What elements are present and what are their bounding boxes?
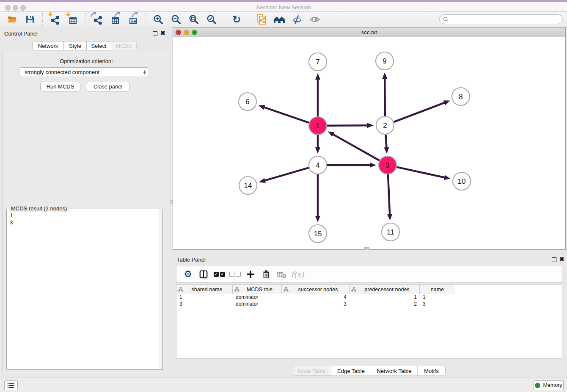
column-header-MCDS-role[interactable]: MCDS role	[233, 285, 282, 294]
close-panel-icon[interactable]: ✖	[559, 256, 564, 262]
table-options-icon[interactable]: ⚙	[182, 268, 194, 281]
graph-node-3[interactable]: 3	[379, 156, 396, 174]
table-cell[interactable]: 4	[282, 294, 350, 301]
graph-node-10[interactable]: 10	[453, 172, 471, 190]
tab-network[interactable]: Network	[32, 41, 64, 50]
column-header-shared-name[interactable]: shared name	[176, 285, 233, 294]
home-icon[interactable]	[273, 13, 286, 26]
run-mcds-button[interactable]: Run MCDS	[40, 82, 80, 91]
graph-node-8[interactable]: 8	[452, 88, 470, 105]
graph-node-4[interactable]: 4	[309, 156, 327, 174]
import-network-icon[interactable]	[49, 13, 61, 26]
column-header-name[interactable]: name	[420, 285, 455, 294]
zoom-out-icon[interactable]	[170, 13, 182, 26]
graph-edge-2-3[interactable]	[384, 135, 389, 154]
mcds-result-list[interactable]: 1 3	[7, 210, 158, 369]
delete-column-icon[interactable]	[260, 268, 272, 281]
column-header-label: name	[421, 287, 453, 293]
select-value: strongly connected component	[25, 69, 99, 75]
graph-node-11[interactable]: 11	[382, 223, 399, 241]
splitter-handle[interactable]	[170, 200, 173, 204]
optimization-criterion-select[interactable]: strongly connected component ▲▼	[19, 67, 149, 77]
add-column-icon[interactable]	[244, 268, 257, 281]
table-body: 1dominator4113dominator323	[176, 294, 562, 308]
graph-edge-2-9[interactable]	[382, 72, 387, 116]
tab-edge-table[interactable]: Edge Table	[331, 366, 371, 375]
table-cell[interactable]: 2	[350, 301, 420, 308]
open-file-icon[interactable]	[6, 13, 19, 26]
close-panel-icon[interactable]: ✖	[160, 30, 165, 36]
divider-grip[interactable]	[364, 247, 369, 250]
tab-mcds[interactable]: MCDS	[111, 41, 137, 50]
result-scrollbar[interactable]	[159, 209, 162, 369]
graph-edge-1-6[interactable]	[259, 105, 309, 123]
export-table-icon[interactable]	[109, 13, 122, 26]
graph-edge-4-3[interactable]	[327, 163, 376, 168]
tab-motifs[interactable]: Motifs	[418, 366, 445, 375]
network-canvas[interactable]: 7968124314101511	[173, 37, 565, 249]
export-image-icon[interactable]	[127, 13, 140, 26]
float-panel-icon[interactable]	[153, 31, 157, 36]
eye-icon	[309, 14, 320, 25]
column-header-predecessor-nodes[interactable]: predecessor nodes	[350, 285, 420, 294]
zoom-selected-icon[interactable]	[205, 13, 218, 26]
search-icon	[443, 16, 449, 22]
table-cell[interactable]: 1	[420, 294, 455, 301]
graph-node-2[interactable]: 2	[376, 116, 394, 134]
select-all-columns-icon[interactable]: ✓✓	[213, 268, 226, 281]
memory-button[interactable]: Memory	[534, 380, 564, 390]
table-delete-icon	[277, 270, 287, 279]
refresh-icon[interactable]: ↻	[230, 13, 243, 26]
deselect-all-columns-icon[interactable]	[228, 268, 241, 281]
graph-edge-1-2[interactable]	[327, 123, 374, 128]
magnifier-check-icon	[206, 14, 217, 25]
search-input[interactable]	[439, 14, 563, 24]
graph-node-9[interactable]: 9	[376, 52, 394, 70]
table-cell[interactable]: dominator	[233, 294, 282, 301]
table-panel-title: Table Panel	[177, 257, 206, 263]
graph-edge-1-7[interactable]	[315, 73, 320, 116]
table-cell[interactable]: 3	[282, 301, 350, 308]
float-panel-icon[interactable]	[552, 257, 556, 262]
table-row[interactable]: 1dominator411	[176, 294, 562, 301]
graph-node-label: 1	[316, 122, 319, 130]
show-column-panel-icon[interactable]	[197, 268, 210, 281]
tab-node-table[interactable]: Node Table	[292, 366, 331, 375]
tab-select[interactable]: Select	[87, 41, 111, 50]
column-header-successor-nodes[interactable]: successor nodes	[282, 285, 350, 294]
graph-node-14[interactable]: 14	[239, 177, 257, 194]
table-cell[interactable]: 3	[176, 301, 233, 308]
tab-network-table[interactable]: Network Table	[371, 366, 418, 375]
graph-edge-3-11[interactable]	[387, 174, 392, 221]
network-title: scc.txt	[173, 29, 565, 36]
graph-node-7[interactable]: 7	[309, 53, 327, 71]
zoom-in-icon[interactable]	[152, 13, 165, 26]
graph-node-1[interactable]: 1	[309, 117, 327, 135]
table-cell[interactable]: 3	[420, 301, 455, 308]
table-cell[interactable]: dominator	[233, 301, 282, 308]
graph-node-6[interactable]: 6	[239, 93, 256, 110]
network-from-file-icon[interactable]	[255, 13, 268, 26]
toolbar-separator	[249, 13, 249, 26]
graph-node-label: 15	[314, 230, 322, 238]
network-graph[interactable]: 7968124314101511	[173, 37, 565, 249]
table-cell[interactable]: 1	[350, 294, 420, 301]
tab-style[interactable]: Style	[64, 41, 87, 50]
export-network-icon[interactable]	[91, 13, 104, 26]
hide-graphics-details-icon[interactable]	[291, 13, 303, 26]
task-history-button[interactable]	[4, 380, 18, 390]
graph-edge-3-10[interactable]	[396, 167, 450, 180]
graph-edge-3-1[interactable]	[328, 131, 380, 160]
graph-node-15[interactable]: 15	[309, 225, 327, 243]
table-row[interactable]: 3dominator323	[176, 301, 562, 308]
table-cell[interactable]: 1	[176, 294, 233, 301]
graph-edge-4-14[interactable]	[259, 168, 309, 183]
network-window-titlebar[interactable]: ✕ – + scc.txt	[173, 28, 565, 37]
graph-edge-2-8[interactable]	[394, 100, 450, 122]
import-table-icon[interactable]	[66, 13, 79, 26]
graph-edge-4-15[interactable]	[315, 174, 320, 222]
zoom-fit-icon[interactable]	[187, 13, 200, 26]
close-panel-button[interactable]: Close panel	[86, 82, 130, 91]
save-session-icon[interactable]	[24, 13, 36, 26]
graph-edge-1-4[interactable]	[315, 135, 320, 154]
